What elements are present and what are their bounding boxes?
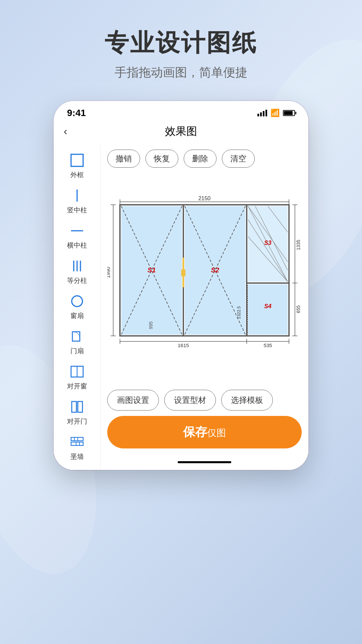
outer-frame-label: 外框 xyxy=(70,170,84,179)
vertical-pillar-label: 竖中柱 xyxy=(67,206,87,215)
sidebar-item-outer-frame[interactable]: 外框 xyxy=(54,150,100,183)
status-time: 9:41 xyxy=(67,108,86,118)
battery-icon xyxy=(283,110,295,116)
page-subtitle: 手指拖动画图，简单便捷 xyxy=(105,64,257,81)
app-content: 外框 竖中柱 横中柱 xyxy=(54,144,308,470)
vertical-pillar-icon xyxy=(70,188,84,204)
sidebar-item-window-fan[interactable]: 窗扇 xyxy=(54,290,100,324)
double-door-icon xyxy=(70,399,84,416)
nav-title: 效果图 xyxy=(165,124,197,139)
delete-button[interactable]: 删除 xyxy=(184,150,217,168)
label-s1: S1 xyxy=(147,266,156,274)
equal-pillar-label: 等分柱 xyxy=(67,276,87,285)
nav-bar: ‹ 效果图 xyxy=(54,122,308,144)
sidebar-item-equal-pillar[interactable]: 等分柱 xyxy=(54,255,100,288)
dim-pane-width: 995 xyxy=(148,321,154,329)
signal-icon xyxy=(257,110,267,116)
svg-rect-10 xyxy=(72,401,76,412)
material-button[interactable]: 设置型材 xyxy=(164,390,216,411)
dim-total-height: 1990 xyxy=(107,267,111,278)
dim-right-bottom-height: 655 xyxy=(296,305,301,313)
undo-button[interactable]: 撤销 xyxy=(107,150,140,168)
svg-rect-0 xyxy=(71,154,83,166)
drawing-canvas[interactable]: 2150 xyxy=(101,173,308,384)
toolbar: 撤销 恢复 删除 清空 xyxy=(101,144,308,173)
window-diagram: 2150 xyxy=(107,194,302,363)
home-bar xyxy=(178,461,231,463)
label-s2: S2 xyxy=(211,266,219,274)
sidebar-item-double-door[interactable]: 对开门 xyxy=(54,396,100,429)
redo-button[interactable]: 恢复 xyxy=(145,150,178,168)
sidebar-item-door-fan[interactable]: 门扇 xyxy=(54,326,100,359)
window-fan-label: 窗扇 xyxy=(70,311,84,320)
double-window-label: 对开窗 xyxy=(67,382,87,391)
svg-rect-7 xyxy=(72,332,80,341)
door-fan-label: 门扇 xyxy=(70,346,84,356)
dim-right-top-height: 1335 xyxy=(296,239,301,250)
sidebar-item-wall[interactable]: 垩墙 xyxy=(54,431,100,465)
canvas-area: 撤销 恢复 删除 清空 2150 xyxy=(101,144,308,470)
bottom-section: 画图设置 设置型材 选择模板 保存仅图 xyxy=(101,384,308,457)
home-indicator xyxy=(101,457,308,470)
save-label: 保存 xyxy=(183,425,207,439)
horizontal-pillar-label: 横中柱 xyxy=(67,241,87,250)
double-window-icon xyxy=(70,364,84,380)
save-sub-label: 仅图 xyxy=(207,428,226,438)
back-button[interactable]: ‹ xyxy=(64,125,67,138)
dim-left-width: 1615 xyxy=(178,342,189,348)
outer-frame-icon xyxy=(70,153,84,169)
clear-button[interactable]: 清空 xyxy=(222,150,255,168)
dim-inner-right: 1322.5 xyxy=(237,306,241,319)
wifi-icon: 📶 xyxy=(270,109,280,117)
svg-rect-40 xyxy=(181,269,186,276)
wall-icon xyxy=(70,435,84,451)
status-icons: 📶 xyxy=(257,109,295,117)
double-door-label: 对开门 xyxy=(67,417,87,426)
svg-rect-11 xyxy=(78,401,82,412)
window-fan-icon xyxy=(70,294,84,310)
wall-label: 垩墙 xyxy=(70,452,84,461)
phone-frame: 9:41 📶 ‹ 效果图 xyxy=(54,101,308,470)
svg-point-6 xyxy=(72,296,82,307)
status-bar: 9:41 📶 xyxy=(54,101,308,122)
equal-pillar-icon xyxy=(70,259,84,275)
horizontal-pillar-icon xyxy=(70,223,84,239)
svg-rect-12 xyxy=(71,437,83,441)
page-title: 专业设计图纸 xyxy=(105,27,257,59)
svg-rect-13 xyxy=(71,442,83,445)
sidebar: 外框 竖中柱 横中柱 xyxy=(54,144,101,470)
sidebar-item-vertical-pillar[interactable]: 竖中柱 xyxy=(54,185,100,218)
label-s3b: S4 xyxy=(264,303,272,310)
door-fan-icon xyxy=(70,329,84,345)
template-button[interactable]: 选择模板 xyxy=(221,390,273,411)
settings-button[interactable]: 画图设置 xyxy=(107,390,159,411)
dim-total-width: 2150 xyxy=(198,195,210,201)
sidebar-item-double-window[interactable]: 对开窗 xyxy=(54,361,100,394)
label-s3: S3 xyxy=(264,239,272,246)
save-button[interactable]: 保存仅图 xyxy=(107,416,302,448)
sidebar-item-horizontal-pillar[interactable]: 横中柱 xyxy=(54,220,100,253)
dim-right-width: 535 xyxy=(264,342,272,348)
bottom-buttons: 画图设置 设置型材 选择模板 xyxy=(107,390,302,411)
